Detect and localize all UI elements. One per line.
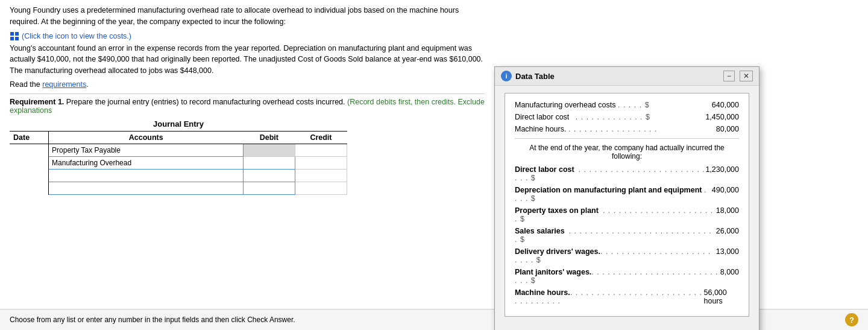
journal-title: Journal Entry (10, 119, 347, 129)
account-input-3[interactable] (51, 171, 241, 180)
delivery-label: Delivery drivers' wages.. . . . . . . . … (515, 247, 716, 264)
sales-salaries-label: Sales salaries . . . . . . . . . . . . .… (515, 227, 716, 244)
info-icon: i (501, 71, 512, 81)
property-taxes-label: Property taxes on plant . . . . . . . . … (515, 206, 716, 223)
modal-controls: − ✕ (723, 71, 753, 81)
date-cell-2 (10, 156, 49, 169)
svg-rect-0 (10, 32, 14, 36)
debit-cell-3[interactable] (243, 169, 295, 182)
grid-icon (10, 31, 19, 41)
data-table-inner: Manufacturing overhead costs . . . . . $… (505, 93, 749, 317)
data-row-direct-labor: Direct labor cost . . . . . . . . . . . … (515, 165, 739, 182)
intro-paragraph1: Young Foundry uses a predetermined manuf… (10, 5, 485, 28)
data-row-property-taxes: Property taxes on plant . . . . . . . . … (515, 206, 739, 223)
svg-rect-1 (15, 32, 19, 36)
credit-cell-3[interactable] (295, 169, 347, 182)
debit-input-2[interactable] (246, 158, 292, 168)
sales-salaries-value: 26,000 (716, 227, 739, 235)
table-row (10, 144, 347, 156)
data-row-sales-salaries: Sales salaries . . . . . . . . . . . . .… (515, 227, 739, 244)
account-input-2[interactable] (51, 158, 241, 168)
data-row-machine: Machine hours. . . . . . . . . . . . . .… (515, 125, 739, 133)
svg-rect-3 (15, 37, 19, 40)
svg-rect-2 (10, 37, 14, 40)
debit-input-1[interactable] (246, 145, 292, 155)
delivery-value: 13,000 (716, 247, 739, 256)
date-cell-1 (10, 144, 49, 156)
debit-header: Debit (243, 131, 295, 144)
credit-input-3[interactable] (298, 171, 344, 180)
direct-labor-label: Direct labor cost . . . . . . . . . . . … (515, 165, 705, 182)
machine-end-value: 56,000 hours (704, 288, 739, 305)
data-row-machine-end: Machine hours.. . . . . . . . . . . . . … (515, 288, 739, 305)
modal-header: i Data Table − ✕ (495, 67, 759, 86)
machine-end-label: Machine hours.. . . . . . . . . . . . . … (515, 288, 704, 305)
account-cell-3[interactable] (49, 169, 244, 182)
costs-icon-link[interactable]: (Click the icon to view the costs.) (10, 31, 131, 41)
journal-table: Date Accounts Debit Credit (10, 131, 347, 195)
section-separator (515, 138, 739, 139)
account-input-1[interactable] (51, 145, 241, 155)
debit-cell-1 (243, 144, 295, 156)
janitors-label: Plant janitors' wages.. . . . . . . . . … (515, 268, 720, 285)
debit-cell-2[interactable] (243, 156, 295, 169)
data-row-delivery: Delivery drivers' wages.. . . . . . . . … (515, 247, 739, 264)
table-row (10, 169, 347, 182)
depreciation-value: 490,000 (712, 186, 739, 194)
date-header: Date (10, 131, 49, 144)
debit-cell-4[interactable] (243, 182, 295, 194)
requirement-label: Requirement 1. Prepare the journal entry… (10, 98, 485, 115)
table-row (10, 156, 347, 169)
data-row-overhead: Manufacturing overhead costs . . . . . $… (515, 101, 739, 109)
labor-label: Direct labor cost . . . . . . . . . . . … (515, 113, 650, 121)
machine-value: 80,000 (716, 125, 739, 133)
machine-label: Machine hours. . . . . . . . . . . . . .… (515, 125, 658, 133)
close-button[interactable]: ✕ (740, 71, 753, 81)
modal-header-left: i Data Table (501, 71, 555, 81)
debit-input-4[interactable] (246, 183, 292, 193)
section-divider (10, 94, 485, 94)
overhead-label: Manufacturing overhead costs . . . . . $ (515, 101, 650, 109)
credit-cell-4[interactable] (295, 182, 347, 194)
help-button[interactable]: ? (845, 313, 858, 326)
modal-body: Manufacturing overhead costs . . . . . $… (495, 86, 759, 330)
credit-input-2[interactable] (298, 158, 344, 168)
at-end-text: At the end of the year, the company had … (515, 144, 739, 160)
intro-paragraph2: Young's accountant found an error in the… (10, 43, 485, 77)
data-row-janitors: Plant janitors' wages.. . . . . . . . . … (515, 268, 739, 285)
credit-cell-2[interactable] (295, 156, 347, 169)
property-taxes-value: 18,000 (716, 206, 739, 215)
labor-value: 1,450,000 (705, 113, 739, 121)
journal-section: Journal Entry Date Accounts Debit Credit (10, 119, 347, 195)
account-input-4[interactable] (51, 183, 241, 193)
requirements-link[interactable]: requirements (42, 80, 86, 89)
credit-header: Credit (295, 131, 347, 144)
modal-title: Data Table (515, 72, 555, 81)
data-row-labor: Direct labor cost . . . . . . . . . . . … (515, 113, 739, 121)
credit-input-1[interactable] (298, 145, 344, 155)
minimize-button[interactable]: − (723, 71, 735, 81)
icon-link-label: (Click the icon to view the costs.) (22, 32, 131, 40)
date-cell-4 (10, 182, 49, 194)
debit-input-3[interactable] (246, 171, 292, 180)
date-cell-3 (10, 169, 49, 182)
depreciation-label: Depreciation on manufacturing plant and … (515, 186, 712, 203)
data-row-depreciation: Depreciation on manufacturing plant and … (515, 186, 739, 203)
janitors-value: 8,000 (720, 268, 739, 276)
account-cell-1[interactable] (49, 144, 244, 156)
read-requirements-text: Read the requirements. (10, 80, 485, 89)
bottom-bar-text: Choose from any list or enter any number… (10, 316, 295, 324)
credit-cell-1[interactable] (295, 144, 347, 156)
overhead-value: 640,000 (712, 101, 739, 109)
data-table-modal: i Data Table − ✕ Manufacturing overhead … (494, 66, 760, 330)
credit-input-4[interactable] (298, 183, 344, 193)
account-cell-2[interactable] (49, 156, 244, 169)
account-cell-4[interactable] (49, 182, 244, 194)
direct-labor-value: 1,230,000 (705, 165, 739, 174)
accounts-header: Accounts (49, 131, 244, 144)
table-row (10, 182, 347, 194)
